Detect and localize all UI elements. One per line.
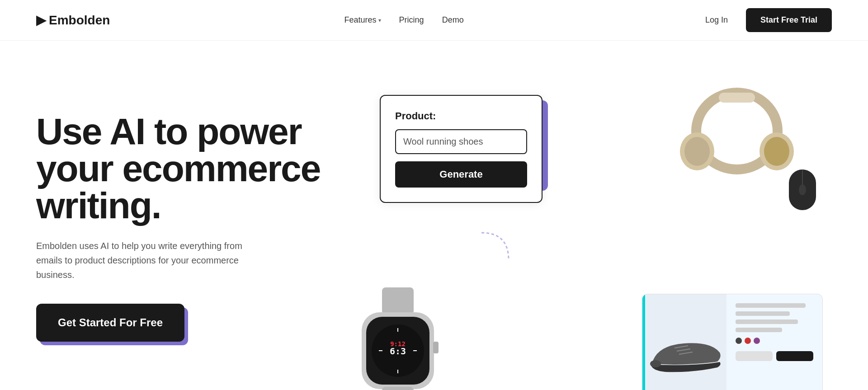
headphones-icon — [678, 81, 796, 199]
color-swatch-purple — [754, 338, 760, 344]
logo[interactable]: ▶ Embolden — [36, 13, 110, 28]
nav-right: Log In Start Free Trial — [698, 8, 832, 32]
svg-rect-19 — [433, 342, 439, 353]
start-trial-button[interactable]: Start Free Trial — [746, 8, 832, 32]
shoe-action-primary — [776, 351, 813, 361]
shoe-color-swatches — [736, 338, 813, 344]
watch-icon: 9:12 6:3 — [353, 287, 443, 390]
shoe-detail-line-1 — [736, 303, 806, 308]
shoe-action-area — [736, 351, 813, 361]
get-started-button[interactable]: Get Started For Free — [36, 304, 184, 342]
svg-rect-9 — [382, 287, 414, 315]
hero-section: Use AI to power your ecommerce writing. … — [0, 41, 868, 390]
product-widget-card: Product: Generate — [380, 95, 542, 203]
svg-point-4 — [764, 137, 789, 166]
nav-links: Features ▾ Pricing Demo — [337, 12, 471, 28]
shoe-detail-line-4 — [736, 328, 782, 332]
color-swatch-dark — [736, 338, 742, 344]
headphones-decoration — [678, 81, 805, 208]
hero-headline: Use AI to power your ecommerce writing. — [36, 113, 344, 224]
svg-rect-20 — [382, 387, 414, 390]
shoe-icon — [647, 332, 724, 382]
nav-item-demo[interactable]: Demo — [435, 12, 471, 28]
watch-decoration: 9:12 6:3 — [353, 287, 443, 390]
shoe-action-secondary — [736, 351, 773, 361]
shoe-image-area — [645, 294, 726, 390]
nav-item-pricing[interactable]: Pricing — [392, 12, 431, 28]
svg-point-24 — [650, 360, 661, 367]
product-input[interactable] — [395, 129, 527, 154]
nav-demo-label: Demo — [442, 15, 464, 25]
svg-rect-5 — [719, 93, 755, 103]
login-button[interactable]: Log In — [698, 12, 735, 28]
nav-item-features[interactable]: Features ▾ — [337, 12, 388, 28]
hero-subtext: Embolden uses AI to help you write every… — [36, 239, 262, 282]
shoe-details — [726, 294, 822, 390]
product-label: Product: — [395, 110, 527, 122]
chevron-down-icon: ▾ — [378, 17, 381, 23]
hero-right: Product: Generate — [344, 77, 832, 390]
nav-pricing-label: Pricing — [399, 15, 424, 25]
logo-icon: ▶ — [36, 13, 46, 28]
mouse-icon — [787, 167, 818, 212]
svg-point-2 — [684, 137, 710, 166]
logo-text: Embolden — [49, 13, 110, 28]
svg-text:6:3: 6:3 — [390, 346, 406, 357]
shoe-card-decoration — [642, 294, 823, 390]
deco-curve-icon — [452, 230, 511, 289]
navbar: ▶ Embolden Features ▾ Pricing Demo Log I… — [0, 0, 868, 41]
shoe-detail-line-3 — [736, 320, 798, 324]
svg-point-8 — [799, 184, 806, 195]
generate-button[interactable]: Generate — [395, 161, 527, 188]
shoe-detail-line-2 — [736, 311, 790, 316]
hero-left: Use AI to power your ecommerce writing. … — [36, 77, 344, 342]
nav-features-label: Features — [344, 15, 377, 25]
color-swatch-red — [745, 338, 751, 344]
